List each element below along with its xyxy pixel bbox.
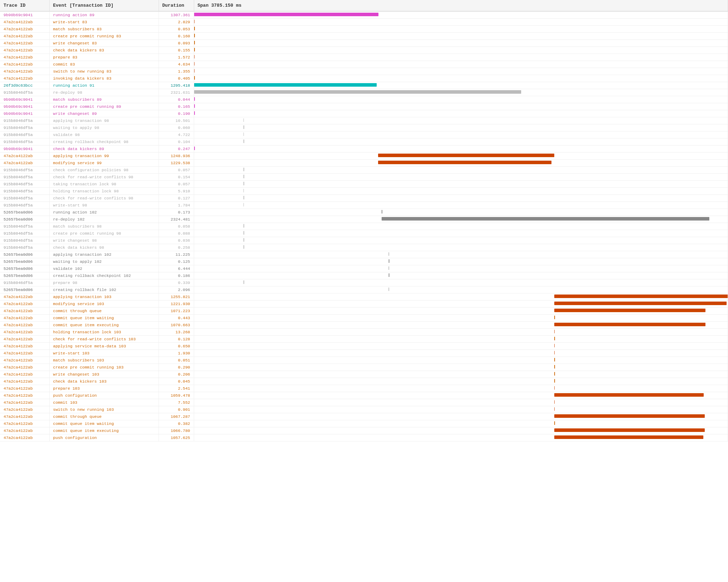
table-row[interactable]: 47a2ca4122abpush configuration1057.625 [0,434,728,441]
span-bar-cell [194,385,728,392]
table-row[interactable]: 26f3d9c63bccrunning action 911295.418 [0,82,728,89]
table-row[interactable]: 52657bea0d06applying transaction 10211.2… [0,251,728,258]
span-bar-cell [194,258,728,265]
span-bar-cell [194,117,728,124]
span-bar-cell [194,279,728,286]
table-row[interactable]: 915b8046df5acheck for read-write conflic… [0,195,728,202]
table-row[interactable]: 47a2ca4122abmodifying service 1031221.93… [0,301,728,308]
table-row[interactable]: 47a2ca4122abapplying service meta-data 1… [0,343,728,350]
span-bar-cell [194,251,728,258]
table-row[interactable]: 47a2ca4122abwrite-start 832.829 [0,19,728,26]
table-row[interactable]: 52657bea0d06creating rollback checkpoint… [0,272,728,279]
table-row[interactable]: 47a2ca4122abmatch subscribers 830.053 [0,26,728,33]
table-row[interactable]: 47a2ca4122abcommit through queue1071.223 [0,308,728,315]
table-row[interactable]: 915b8046df5amatch subscribers 980.058 [0,223,728,230]
table-row[interactable]: 47a2ca4122abcommit 1037.552 [0,399,728,406]
col-header-span[interactable]: Span 3785.150 ms [194,0,728,11]
table-row[interactable]: 47a2ca4122abwrite changeset 830.093 [0,40,728,47]
table-row[interactable]: 915b8046df5acheck configuration policies… [0,167,728,174]
table-row[interactable]: 9b90b69c9041running action 891307.361 [0,11,728,19]
span-bar-cell [194,343,728,350]
table-row[interactable]: 915b8046df5are-deploy 982321.631 [0,89,728,96]
table-row[interactable]: 47a2ca4122abapplying transaction 1031255… [0,293,728,301]
duration-cell: 0.057 [159,167,194,174]
table-row[interactable]: 47a2ca4122abprepare 831.572 [0,54,728,61]
span-bar [554,351,555,354]
table-row[interactable]: 52657bea0d06creating rollback file 1022.… [0,286,728,293]
table-row[interactable]: 47a2ca4122abswitch to new running 831.35… [0,68,728,75]
table-row[interactable]: 47a2ca4122abcommit queue item executing1… [0,322,728,329]
duration-cell: 0.088 [159,230,194,237]
table-row[interactable]: 9b90b69c9041match subscribers 890.044 [0,96,728,103]
table-row[interactable]: 915b8046df5awrite-start 981.784 [0,202,728,209]
duration-cell: 11.225 [159,251,194,258]
trace-id-cell: 52657bea0d06 [0,286,49,293]
table-row[interactable]: 52657bea0d06running action 1020.173 [0,209,728,216]
table-row[interactable]: 52657bea0d06waiting to apply 1020.125 [0,258,728,265]
table-row[interactable]: 47a2ca4122abcreate pre commit running 83… [0,33,728,40]
table-row[interactable]: 915b8046df5aapplying transaction 9810.50… [0,117,728,124]
table-row[interactable]: 915b8046df5acheck for read-write conflic… [0,174,728,181]
span-tick [554,379,555,383]
table-row[interactable]: 47a2ca4122abcommit queue item waiting0.4… [0,315,728,322]
span-bar [243,118,244,122]
event-cell: write-start 103 [49,350,159,357]
table-row[interactable]: 915b8046df5avalidate 984.722 [0,131,728,138]
trace-id-cell: 915b8046df5a [0,195,49,202]
table-row[interactable]: 47a2ca4122abcheck data kickers 1030.045 [0,378,728,385]
table-row[interactable]: 52657bea0d06validate 1026.444 [0,265,728,272]
table-row[interactable]: 47a2ca4122abwrite changeset 1030.206 [0,371,728,378]
col-header-trace-id[interactable]: Trace ID [0,0,49,11]
span-bar-cell [194,68,728,75]
span-tick [194,104,195,108]
table-row[interactable]: 52657bea0d06re-deploy 1022324.481 [0,216,728,223]
span-tick [243,238,244,242]
table-row[interactable]: 47a2ca4122abcheck data kickers 830.155 [0,47,728,54]
table-row[interactable]: 47a2ca4122abmatch subscribers 1030.051 [0,357,728,364]
table-row[interactable]: 47a2ca4122abpush configuration1059.478 [0,392,728,399]
trace-id-cell: 47a2ca4122ab [0,336,49,343]
table-row[interactable]: 47a2ca4122abinvoking data kickers 830.40… [0,75,728,82]
table-row[interactable]: 47a2ca4122abwrite-start 1031.930 [0,350,728,357]
table-row[interactable]: 9b90b69c9041write changeset 890.190 [0,110,728,117]
table-row[interactable]: 47a2ca4122abmodifying service 991229.538 [0,160,728,167]
event-cell: applying service meta-data 103 [49,343,159,350]
trace-id-cell: 52657bea0d06 [0,251,49,258]
trace-id-cell: 47a2ca4122ab [0,322,49,329]
duration-cell: 7.552 [159,399,194,406]
table-row[interactable]: 915b8046df5awaiting to apply 980.060 [0,124,728,131]
col-header-duration[interactable]: Duration [159,0,194,11]
table-row[interactable]: 47a2ca4122abcreate pre commit running 10… [0,364,728,371]
table-row[interactable]: 915b8046df5aprepare 980.339 [0,279,728,286]
table-row[interactable]: 47a2ca4122abswitch to new running 1030.9… [0,406,728,413]
span-bar [554,407,555,411]
event-cell: check configuration policies 98 [49,167,159,174]
duration-cell: 2.096 [159,286,194,293]
table-row[interactable]: 915b8046df5aholding transaction lock 985… [0,188,728,195]
table-row[interactable]: 47a2ca4122abcommit 834.634 [0,61,728,68]
table-row[interactable]: 915b8046df5ataking transaction lock 980.… [0,181,728,188]
table-row[interactable]: 47a2ca4122abcheck for read-write conflic… [0,336,728,343]
table-row[interactable]: 915b8046df5acreate pre commit running 98… [0,230,728,237]
span-tick [554,365,555,369]
col-header-event[interactable]: Event [Transaction ID] [49,0,159,11]
table-row[interactable]: 915b8046df5acheck data kickers 980.258 [0,244,728,251]
span-tick [243,175,244,178]
table-row[interactable]: 47a2ca4122abapplying transaction 991248.… [0,153,728,160]
table-row[interactable]: 915b8046df5awrite changeset 980.036 [0,237,728,244]
span-tick [194,76,195,80]
span-bar-cell [194,392,728,399]
span-tick [243,245,244,249]
table-row[interactable]: 915b8046df5acreating rollback checkpoint… [0,138,728,146]
table-row[interactable]: 47a2ca4122abcommit queue item waiting0.3… [0,420,728,427]
table-row[interactable]: 9b90b69c9041check data kickers 890.247 [0,146,728,153]
table-row[interactable]: 9b90b69c9041create pre commit running 89… [0,103,728,110]
span-bar-cell [194,188,728,195]
span-bar-cell [194,406,728,413]
table-row[interactable]: 47a2ca4122abcommit through queue1067.287 [0,413,728,420]
table-row[interactable]: 47a2ca4122abcommit queue item executing1… [0,427,728,434]
duration-cell: 0.104 [159,138,194,146]
table-row[interactable]: 47a2ca4122abholding transaction lock 103… [0,329,728,336]
span-bar [243,132,244,136]
table-row[interactable]: 47a2ca4122abprepare 1032.541 [0,385,728,392]
